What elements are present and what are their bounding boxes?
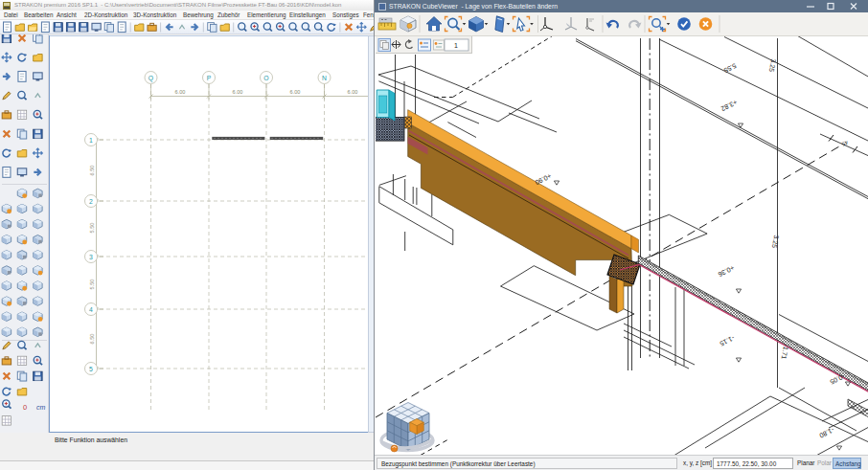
svg-text:cm: cm — [36, 404, 46, 411]
svg-text:5.50: 5.50 — [89, 223, 95, 234]
svg-text:6.00: 6.00 — [233, 89, 243, 95]
svg-text:1: 1 — [454, 42, 458, 49]
svg-text:6.00: 6.00 — [175, 89, 186, 95]
svg-text:0: 0 — [23, 403, 27, 412]
svg-text:6.00: 6.00 — [348, 89, 358, 95]
svg-text:4: 4 — [89, 306, 93, 313]
svg-text:5.50: 5.50 — [89, 280, 95, 290]
svg-text:2: 2 — [89, 198, 93, 205]
svg-text:6.50: 6.50 — [89, 334, 95, 345]
svg-text:6.00: 6.00 — [290, 89, 301, 95]
svg-text:1: 1 — [89, 137, 93, 144]
svg-text:6.50: 6.50 — [89, 166, 95, 176]
svg-text:P: P — [207, 75, 212, 81]
svg-text:Q: Q — [148, 75, 153, 82]
svg-text:3: 3 — [89, 254, 93, 260]
svg-text:5: 5 — [89, 366, 93, 372]
svg-text:N: N — [322, 75, 327, 81]
svg-text:O: O — [263, 75, 268, 81]
